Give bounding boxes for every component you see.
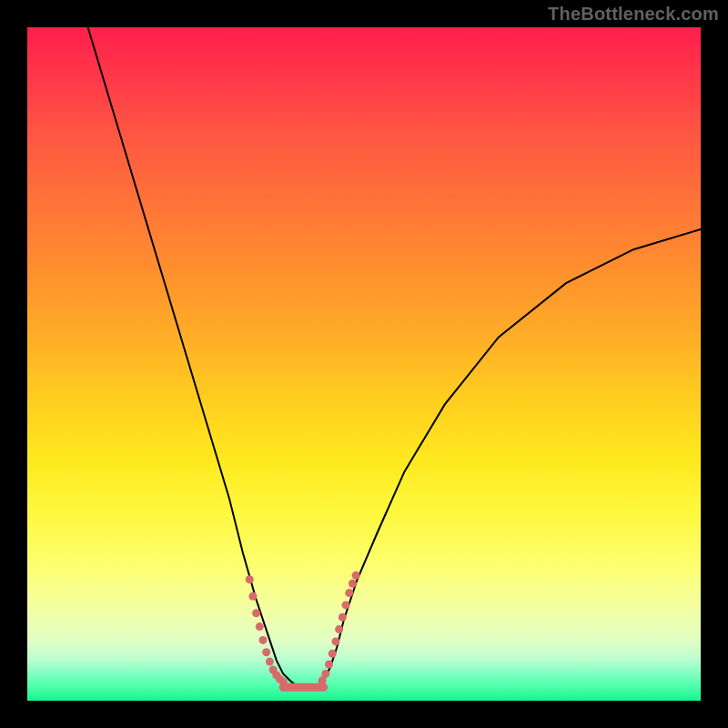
- plot-area: [27, 27, 701, 701]
- highlight-dot: [329, 650, 337, 658]
- highlight-dot: [339, 613, 347, 622]
- curve-svg: [27, 27, 701, 701]
- highlight-dot: [259, 636, 268, 644]
- highlight-dot: [279, 678, 288, 686]
- watermark-text: TheBottleneck.com: [548, 4, 719, 25]
- bottleneck-curve: [88, 27, 701, 687]
- highlight-dot: [252, 609, 260, 617]
- highlight-dot: [248, 592, 257, 601]
- highlight-dot: [262, 648, 270, 656]
- highlight-dot: [342, 601, 350, 609]
- highlight-dot: [331, 637, 339, 645]
- highlight-dot: [335, 625, 343, 633]
- highlight-dot: [349, 580, 357, 588]
- highlight-dot: [321, 670, 329, 678]
- highlight-dot: [345, 589, 353, 597]
- highlight-dot: [325, 661, 333, 669]
- highlight-dot: [256, 622, 264, 631]
- highlight-dot: [266, 658, 274, 666]
- highlight-dot: [246, 575, 254, 583]
- chart-frame: TheBottleneck.com: [0, 0, 728, 728]
- highlight-dot: [352, 571, 360, 580]
